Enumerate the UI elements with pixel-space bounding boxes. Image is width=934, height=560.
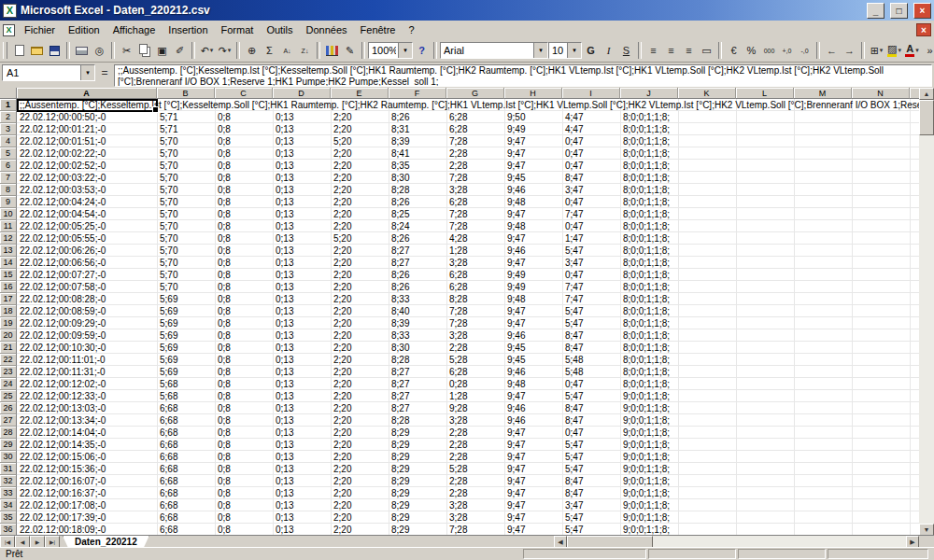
grid-cell[interactable]: 7;47 — [562, 281, 620, 293]
grid-cell[interactable]: 8;0;0;1;1;8; — [620, 111, 678, 123]
grid-cell[interactable]: 9;47 — [504, 208, 562, 220]
grid-cell[interactable]: 8;47 — [562, 172, 620, 184]
grid-cell[interactable]: 8;27 — [389, 402, 446, 414]
grid-cell[interactable]: 8;27 — [389, 390, 446, 402]
grid-cell[interactable]: 9;47 — [504, 317, 562, 329]
grid-cell[interactable]: 0;8 — [215, 123, 273, 135]
grid-cell[interactable]: 8;0;0;1;1;8; — [620, 232, 678, 245]
grid-cell[interactable]: 3;28 — [446, 499, 504, 511]
column-header-d[interactable]: D — [273, 88, 331, 99]
grid-cell[interactable]: 2;20 — [331, 329, 389, 342]
row-header-31[interactable]: 31 — [0, 463, 17, 475]
grid-cell[interactable]: 8;25 — [389, 208, 446, 220]
percent-button[interactable]: % — [743, 41, 760, 60]
grid-cell[interactable]: 5;47 — [562, 524, 620, 536]
grid-cell[interactable]: 22.02.12;00:14:35;-0 — [17, 439, 157, 451]
grid-cell[interactable]: 9;47 — [504, 524, 562, 536]
grid-cell[interactable]: 0;47 — [562, 378, 620, 390]
grid-cell[interactable]: 0;8 — [215, 196, 273, 208]
grid-cell[interactable]: 8;0;0;1;1;8; — [620, 245, 678, 257]
menu-format[interactable]: Format — [215, 22, 261, 37]
row-header-17[interactable]: 17 — [0, 293, 17, 305]
grid-cell[interactable]: 8;47 — [562, 487, 620, 499]
grid-cell[interactable]: 3;28 — [446, 257, 504, 269]
grid-cell[interactable]: 9;0;0;1;1;8; — [620, 487, 678, 499]
close-workbook-button[interactable]: × — [916, 23, 931, 36]
grid-cell[interactable]: 9;47 — [504, 135, 562, 147]
grid-cell[interactable]: 2;28 — [446, 160, 504, 172]
grid-cell[interactable]: 5;70 — [157, 269, 215, 281]
grid-cell[interactable]: 0;8 — [215, 232, 273, 245]
grid-cell[interactable]: 0;8 — [215, 487, 273, 499]
grid-cell[interactable]: 2;20 — [331, 463, 389, 475]
grid-cell[interactable]: 22.02.12;00:02:22;-0 — [17, 147, 157, 160]
drawing-button[interactable]: ✎ — [341, 41, 359, 60]
thousands-button[interactable]: 000 — [760, 41, 778, 60]
grid-cell[interactable]: 2;20 — [331, 220, 389, 232]
grid-cell[interactable]: 0;8 — [215, 451, 273, 463]
decrease-indent-button[interactable]: ← — [823, 41, 841, 60]
grid-cell[interactable]: 22.02.12;00:12:02;-0 — [17, 378, 157, 390]
grid-cell[interactable]: 9;48 — [504, 293, 562, 305]
grid-cell[interactable]: 0;13 — [273, 402, 331, 414]
grid-cell[interactable]: 0;8 — [215, 111, 273, 123]
grid-cell[interactable]: 22.02.12;00:17:08;-0 — [17, 499, 157, 511]
grid-cell[interactable]: 9;0;0;1;1;8; — [620, 475, 678, 487]
grid-cell[interactable]: 5;69 — [157, 366, 215, 378]
italic-button[interactable]: I — [600, 41, 617, 60]
grid-cell[interactable]: 8;0;0;1;1;8; — [620, 293, 678, 305]
zoom-select[interactable]: 100%▾ — [368, 42, 413, 59]
grid-cell[interactable]: 22.02.12;00:18:09;-0 — [17, 524, 157, 536]
row-header-5[interactable]: 5 — [0, 147, 17, 160]
grid-cell[interactable]: 9;0;0;1;1;8; — [620, 390, 678, 402]
grid-cell[interactable]: 6;68 — [157, 402, 215, 414]
grid-cell[interactable]: 0;8 — [215, 524, 273, 536]
column-header-j[interactable]: J — [620, 88, 678, 99]
grid-cell[interactable]: 8;0;0;1;1;8; — [620, 196, 678, 208]
grid-cell[interactable]: 8;0;0;1;1;8; — [620, 147, 678, 160]
grid-cell[interactable]: 6;68 — [157, 451, 215, 463]
open-button[interactable] — [28, 41, 46, 60]
grid-cell[interactable]: 2;20 — [331, 147, 389, 160]
grid-cell[interactable]: 9;28 — [446, 402, 504, 414]
row-header-8[interactable]: 8 — [0, 184, 17, 196]
grid-cell[interactable]: 22.02.12;00:08:28;-0 — [17, 293, 157, 305]
grid-cell[interactable]: 22.02.12;00:03:53;-0 — [17, 184, 157, 196]
grid-cell[interactable]: 9;46 — [504, 414, 562, 427]
grid-cell[interactable]: 5;70 — [157, 245, 215, 257]
grid-cell[interactable]: 9;47 — [504, 390, 562, 402]
row-header-1[interactable]: 1 — [0, 99, 17, 111]
merge-center-button[interactable]: ▭ — [698, 41, 715, 60]
grid-cell[interactable]: 5;70 — [157, 208, 215, 220]
grid-cell[interactable]: 0;13 — [273, 232, 331, 245]
grid-cell[interactable]: 3;47 — [562, 184, 620, 196]
scroll-up-icon[interactable]: ▲ — [919, 88, 934, 100]
insert-hyperlink-button[interactable]: ⊕ — [243, 41, 261, 60]
chart-wizard-button[interactable] — [323, 41, 341, 60]
currency-button[interactable]: € — [725, 41, 743, 60]
grid-cell[interactable]: 8;0;0;1;1;8; — [620, 354, 678, 366]
grid-cell[interactable]: 2;28 — [446, 342, 504, 354]
column-header-b[interactable]: B — [157, 88, 215, 99]
grid-cell[interactable]: 8;0;0;1;1;8; — [620, 184, 678, 196]
row-header-10[interactable]: 10 — [0, 208, 17, 220]
fill-color-button-dropdown-icon[interactable]: ▾ — [898, 47, 901, 54]
cell-a1-overflow-text[interactable]: ;;Aussentemp. [°C];Kesseltemp.Ist [°C];K… — [17, 99, 919, 111]
grid-cell[interactable]: 9;0;0;1;1;8; — [620, 439, 678, 451]
grid-cell[interactable]: 5;28 — [446, 354, 504, 366]
font-select[interactable]: Arial▾ — [440, 42, 548, 59]
increase-indent-button[interactable]: → — [841, 41, 858, 60]
grid-cell[interactable]: 3;28 — [446, 414, 504, 427]
grid-cell[interactable]: 8;28 — [389, 184, 446, 196]
minimize-button[interactable]: _ — [867, 3, 884, 19]
grid-cell[interactable]: 0;13 — [273, 305, 331, 317]
grid-cell[interactable]: 0;8 — [215, 281, 273, 293]
font-color-button[interactable]: A▾ — [903, 41, 921, 60]
column-header-c[interactable]: C — [215, 88, 273, 99]
grid-cell[interactable]: 0;13 — [273, 317, 331, 329]
grid-cell[interactable]: 5;70 — [157, 135, 215, 147]
align-left-button[interactable]: ≡ — [644, 41, 662, 60]
row-header-33[interactable]: 33 — [0, 487, 17, 499]
grid-cell[interactable]: 22.02.12;00:04:24;-0 — [17, 196, 157, 208]
grid-cell[interactable]: 22.02.12;00:11:01;-0 — [17, 354, 157, 366]
